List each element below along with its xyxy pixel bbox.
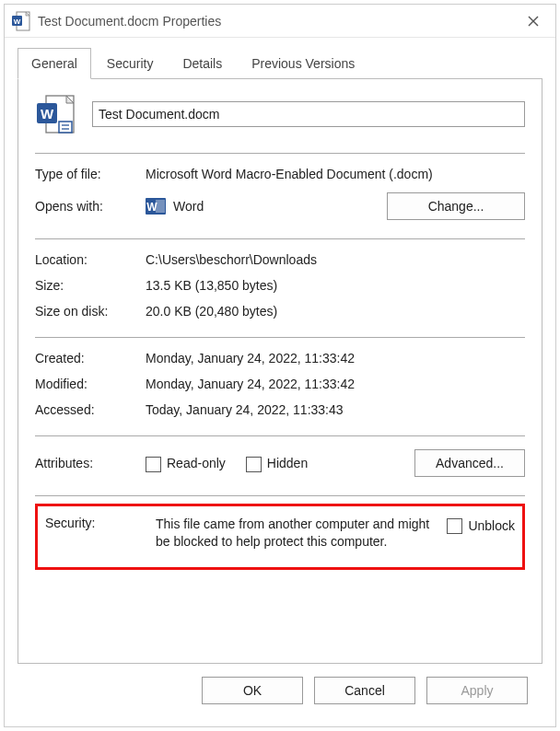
separator	[35, 153, 525, 154]
created-label: Created:	[35, 351, 146, 366]
security-text: This file came from another computer and…	[156, 516, 447, 551]
hidden-label: Hidden	[267, 456, 308, 470]
svg-text:W: W	[146, 201, 158, 214]
tab-security[interactable]: Security	[93, 48, 168, 79]
svg-text:W: W	[41, 106, 54, 122]
svg-text:W: W	[14, 17, 21, 25]
close-icon	[528, 16, 539, 27]
modified-value: Monday, January 24, 2022, 11:33:42	[146, 377, 525, 391]
filename-row: W	[35, 94, 525, 134]
tab-previous-versions[interactable]: Previous Versions	[238, 48, 368, 79]
file-type-row: Type of file: Microsoft Word Macro-Enabl…	[35, 167, 525, 181]
security-label: Security:	[45, 516, 156, 530]
checkbox-icon	[447, 518, 462, 534]
tab-bar: General Security Details Previous Versio…	[18, 47, 542, 79]
accessed-value: Today, January 24, 2022, 11:33:43	[146, 402, 525, 417]
size-value: 13.5 KB (13,850 bytes)	[146, 278, 525, 293]
size-on-disk-row: Size on disk: 20.0 KB (20,480 bytes)	[35, 304, 525, 319]
properties-dialog: W Test Document.docm Properties General …	[4, 4, 556, 727]
ok-button[interactable]: OK	[202, 677, 303, 704]
accessed-row: Accessed: Today, January 24, 2022, 11:33…	[35, 402, 525, 417]
read-only-label: Read-only	[167, 456, 226, 470]
type-value: Microsoft Word Macro-Enabled Document (.…	[146, 167, 525, 181]
type-label: Type of file:	[35, 167, 146, 181]
close-button[interactable]	[519, 10, 548, 32]
unblock-label: Unblock	[468, 518, 515, 533]
cancel-button[interactable]: Cancel	[314, 677, 415, 704]
advanced-button[interactable]: Advanced...	[414, 449, 525, 477]
tab-general[interactable]: General	[18, 48, 91, 79]
filename-input[interactable]	[92, 101, 525, 127]
opens-with-app: Word	[173, 199, 204, 214]
tab-details[interactable]: Details	[169, 48, 236, 79]
created-value: Monday, January 24, 2022, 11:33:42	[146, 351, 525, 366]
size-on-disk-label: Size on disk:	[35, 304, 146, 319]
location-label: Location:	[35, 252, 146, 267]
size-on-disk-value: 20.0 KB (20,480 bytes)	[146, 304, 525, 319]
word-app-icon: W	[146, 196, 166, 216]
attributes-label: Attributes:	[35, 456, 146, 470]
modified-label: Modified:	[35, 377, 146, 391]
opens-with-label: Opens with:	[35, 199, 146, 214]
dialog-buttons: OK Cancel Apply	[18, 664, 542, 717]
opens-with-row: Opens with: W Word Change...	[35, 192, 525, 220]
unblock-checkbox[interactable]: Unblock	[447, 517, 515, 533]
change-button[interactable]: Change...	[387, 192, 525, 220]
size-label: Size:	[35, 278, 146, 293]
word-file-icon: W	[12, 11, 30, 31]
separator	[35, 435, 525, 436]
titlebar: W Test Document.docm Properties	[5, 5, 555, 38]
separator	[35, 238, 525, 239]
separator	[35, 337, 525, 338]
size-row: Size: 13.5 KB (13,850 bytes)	[35, 278, 525, 293]
word-macro-file-icon: W	[37, 94, 76, 134]
apply-button[interactable]: Apply	[426, 677, 528, 704]
hidden-checkbox[interactable]: Hidden	[246, 456, 308, 471]
separator	[35, 495, 525, 496]
checkbox-icon	[246, 457, 262, 472]
svg-rect-8	[59, 122, 72, 133]
read-only-checkbox[interactable]: Read-only	[146, 456, 226, 471]
accessed-label: Accessed:	[35, 402, 146, 417]
general-panel: W Type of file: Microsoft Word Macro-Ena…	[18, 79, 542, 664]
window-title: Test Document.docm Properties	[38, 14, 519, 29]
location-row: Location: C:\Users\beschorr\Downloads	[35, 252, 525, 267]
attributes-row: Attributes: Read-only Hidden Advanced...	[35, 449, 525, 477]
modified-row: Modified: Monday, January 24, 2022, 11:3…	[35, 377, 525, 391]
created-row: Created: Monday, January 24, 2022, 11:33…	[35, 351, 525, 366]
security-highlight-box: Security: This file came from another co…	[35, 504, 525, 570]
location-value: C:\Users\beschorr\Downloads	[146, 252, 525, 267]
checkbox-icon	[146, 457, 161, 472]
